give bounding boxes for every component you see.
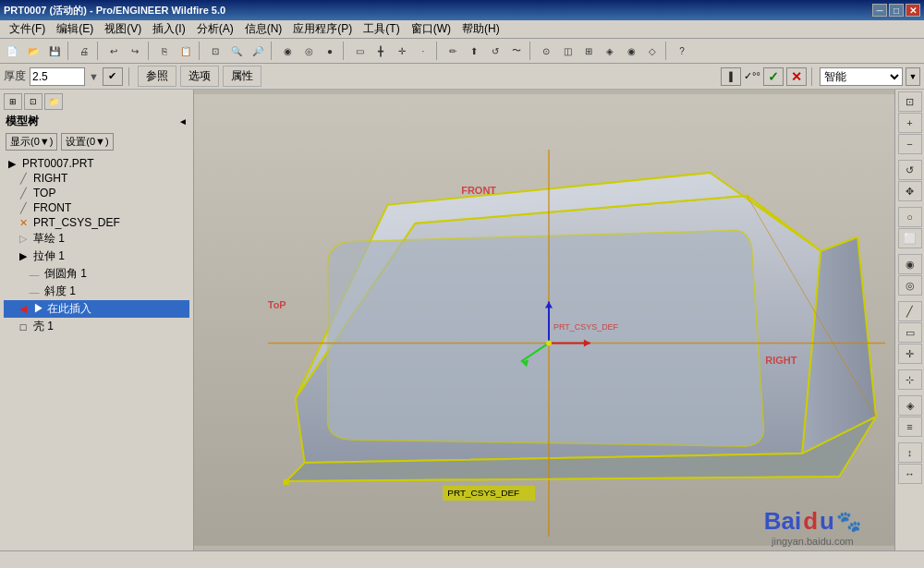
tree-item-top[interactable]: ╱ TOP xyxy=(4,186,189,200)
view-fit-button[interactable]: ⊡ xyxy=(205,42,225,60)
rt-snap[interactable]: ⊹ xyxy=(898,369,922,390)
tree-item-front[interactable]: ╱ FRONT xyxy=(4,200,189,215)
tree-label-top: TOP xyxy=(33,187,55,199)
menu-window[interactable]: 窗口(W) xyxy=(406,20,456,38)
pause-button[interactable]: ‖ xyxy=(721,67,741,86)
rib-btn[interactable]: ⊞ xyxy=(578,42,599,60)
rt-sep2 xyxy=(897,202,922,206)
tree-icon-shell: □ xyxy=(17,321,30,332)
rt-dyn1[interactable]: ↕ xyxy=(898,442,922,463)
smart-dropdown-btn[interactable]: ▼ xyxy=(906,67,920,86)
datum-csys[interactable]: ✛ xyxy=(392,42,412,60)
tree-item-draft1[interactable]: — 斜度 1 xyxy=(4,283,189,300)
right-toolbar: ⊡ + − ↺ ✥ ○ ⬜ ◉ ◎ ╱ ▭ ✛ ⊹ ◈ ≡ ↕ ↔ xyxy=(894,90,924,550)
rt-appear[interactable]: ◈ xyxy=(898,395,922,416)
svg-text:RIGHT: RIGHT xyxy=(765,355,796,366)
tree-label-right: RIGHT xyxy=(33,172,67,185)
show-control[interactable]: 显示(0▼) xyxy=(6,133,57,151)
thickness-label: 厚度 xyxy=(4,68,26,84)
rt-datum-csys[interactable]: ✛ xyxy=(898,344,922,364)
panel-icon-3[interactable]: 📁 xyxy=(44,93,63,110)
view-zoom-in[interactable]: 🔍 xyxy=(226,42,247,60)
datum-planes[interactable]: ▭ xyxy=(349,42,370,60)
render-mode2[interactable]: ◎ xyxy=(298,42,319,60)
open-button[interactable]: 📂 xyxy=(23,42,43,60)
thickness-confirm-btn[interactable]: ✔ xyxy=(103,67,123,86)
tree-item-insert[interactable]: ◀ ▶ 在此插入 xyxy=(4,300,189,318)
menu-view[interactable]: 视图(V) xyxy=(99,20,147,38)
undo-button[interactable]: ↩ xyxy=(103,42,124,60)
rt-zoom-in[interactable]: + xyxy=(898,113,922,133)
viewport[interactable]: PRT_CSYS_DEF FRONT RIGHT PRT_CSYS_DEF To… xyxy=(194,90,894,550)
render-mode3[interactable]: ● xyxy=(320,42,340,60)
menu-tools[interactable]: 工具(T) xyxy=(358,20,405,38)
tree-item-right[interactable]: ╱ RIGHT xyxy=(4,171,189,186)
thickness-input[interactable] xyxy=(30,67,85,86)
menu-help[interactable]: 帮助(H) xyxy=(456,20,505,38)
panel-icon-1[interactable]: ⊞ xyxy=(4,93,22,110)
toolbar-row-1: 📄 📂 💾 🖨 ↩ ↪ ⎘ 📋 ⊡ 🔍 🔎 ◉ ◎ ● ▭ ╋ ✛ · ✏ ⬆ … xyxy=(2,41,922,61)
tab-reference[interactable]: 参照 xyxy=(138,66,176,87)
tree-label-round: 倒圆角 1 xyxy=(44,266,87,282)
tab-attributes[interactable]: 属性 xyxy=(223,66,261,87)
new-button[interactable]: 📄 xyxy=(2,42,22,60)
left-panel: ⊞ ⊡ 📁 模型树 ◄ 显示(0▼) 设置(0▼) ▶ PRT0007.PRT … xyxy=(0,90,194,550)
menu-edit[interactable]: 编辑(E) xyxy=(51,20,99,38)
tree-item-extrude1[interactable]: ▶ 拉伸 1 xyxy=(4,248,189,265)
rt-sep6 xyxy=(897,391,922,394)
settings-control[interactable]: 设置(0▼) xyxy=(61,133,113,151)
cancel-button[interactable]: ✕ xyxy=(786,67,807,86)
tree-item-sketch1[interactable]: ▷ 草绘 1 xyxy=(4,230,189,248)
tree-item-csys[interactable]: ✕ PRT_CSYS_DEF xyxy=(4,215,189,230)
paste-button[interactable]: 📋 xyxy=(176,42,196,60)
ok-button[interactable]: ✓ xyxy=(763,67,784,86)
menu-analysis[interactable]: 分析(A) xyxy=(191,20,239,38)
tree-item-shell1[interactable]: □ 壳 1 xyxy=(4,318,189,335)
panel-icon-2[interactable]: ⊡ xyxy=(24,93,43,110)
rt-zoom-box[interactable]: ⬜ xyxy=(898,228,922,248)
rt-pan[interactable]: ✥ xyxy=(898,181,922,201)
feature-bar: 厚度 ▼ ✔ 参照 选项 属性 ‖ ✓°° ✓ ✕ 智能 几何 基准 特征 ▼ xyxy=(0,64,924,90)
rt-dyn2[interactable]: ↔ xyxy=(898,464,922,484)
sweep-btn[interactable]: 〜 xyxy=(506,42,527,60)
tree-item-root[interactable]: ▶ PRT0007.PRT xyxy=(4,156,189,171)
view-zoom-out[interactable]: 🔎 xyxy=(248,42,268,60)
datum-axes[interactable]: ╋ xyxy=(371,42,391,60)
menu-file[interactable]: 文件(F) xyxy=(4,20,51,38)
save-button[interactable]: 💾 xyxy=(44,42,65,60)
maximize-button[interactable]: □ xyxy=(889,4,904,17)
tree-item-round1[interactable]: — 倒圆角 1 xyxy=(4,265,189,283)
menu-insert[interactable]: 插入(I) xyxy=(147,20,190,38)
extrude-btn[interactable]: ⬆ xyxy=(464,42,484,60)
sketch-btn[interactable]: ✏ xyxy=(443,42,463,60)
hole-btn[interactable]: ⊙ xyxy=(536,42,556,60)
rt-spin[interactable]: ○ xyxy=(898,207,922,227)
dropdown-arrow[interactable]: ▼ xyxy=(89,71,99,82)
redo-button[interactable]: ↪ xyxy=(125,42,145,60)
rt-refit[interactable]: ⊡ xyxy=(898,91,922,112)
rt-layer[interactable]: ≡ xyxy=(898,417,922,437)
render-mode1[interactable]: ◉ xyxy=(277,42,298,60)
shell-btn[interactable]: ◫ xyxy=(557,42,578,60)
menu-info[interactable]: 信息(N) xyxy=(239,20,288,38)
round-btn[interactable]: ◉ xyxy=(621,42,641,60)
revolve-btn[interactable]: ↺ xyxy=(485,42,505,60)
print-button[interactable]: 🖨 xyxy=(74,42,94,60)
collapse-arrow[interactable]: ◄ xyxy=(178,116,188,127)
rt-datum-plane[interactable]: ▭ xyxy=(898,322,922,343)
close-button[interactable]: ✕ xyxy=(906,4,920,17)
rt-wireframe[interactable]: ◎ xyxy=(898,275,922,296)
help-btn[interactable]: ? xyxy=(672,42,692,60)
rt-datum-axis[interactable]: ╱ xyxy=(898,301,922,321)
datum-pts[interactable]: · xyxy=(413,42,433,60)
rt-shaded[interactable]: ◉ xyxy=(898,254,922,274)
minimize-button[interactable]: ─ xyxy=(872,4,887,17)
tab-options[interactable]: 选项 xyxy=(180,66,219,87)
copy-button[interactable]: ⎘ xyxy=(154,42,175,60)
rt-zoom-out[interactable]: − xyxy=(898,134,922,154)
chamfer-btn[interactable]: ◇ xyxy=(642,42,663,60)
menu-apps[interactable]: 应用程序(P) xyxy=(287,20,358,38)
draft-btn[interactable]: ◈ xyxy=(600,42,620,60)
smart-select[interactable]: 智能 几何 基准 特征 xyxy=(820,67,903,86)
rt-rotate[interactable]: ↺ xyxy=(898,160,922,180)
